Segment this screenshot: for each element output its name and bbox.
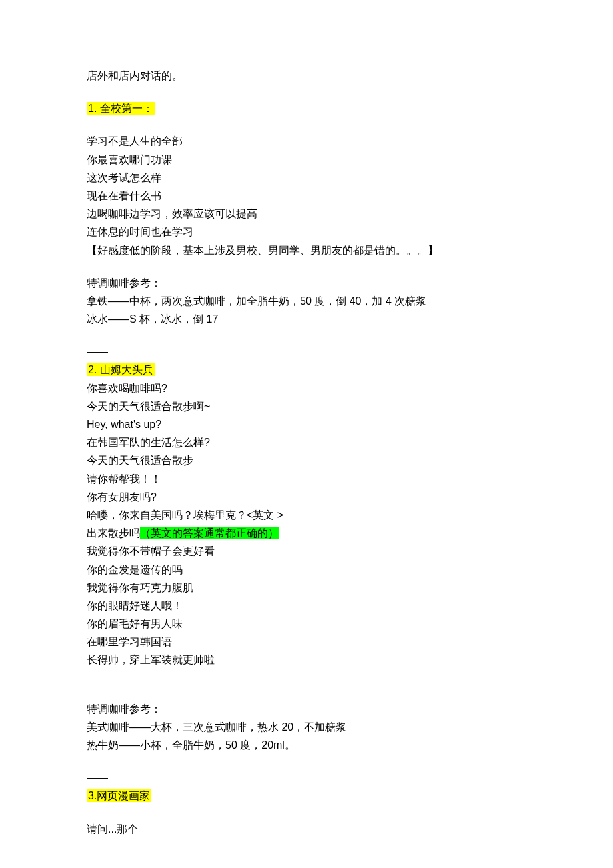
dialogue-line: 学习不是人生的全部 — [87, 132, 526, 150]
dialogue-line: 在韩国军队的生活怎么样? — [87, 433, 526, 451]
dialogue-line: 【好感度低的阶段，基本上涉及男校、男同学、男朋友的都是错的。。。】 — [87, 241, 526, 259]
intro-text: 店外和店内对话的。 — [87, 67, 526, 85]
coffee-line: 冰水——S 杯，冰水，倒 17 — [87, 310, 526, 328]
dialogue-line: 在哪里学习韩国语 — [87, 633, 526, 651]
dialogue-line: 你的金发是遗传的吗 — [87, 561, 526, 579]
mixed-green: （英文的答案通常都正确的） — [140, 527, 279, 539]
section-2-heading-wrap: 2. 山姆大头兵 — [87, 361, 526, 379]
dialogue-line: 你最喜欢哪门功课 — [87, 151, 526, 169]
dialogue-line: 请问...那个 — [87, 820, 526, 838]
section-3-dialogue: 请问...那个 — [87, 820, 526, 838]
coffee-line: 热牛奶——小杯，全脂牛奶，50 度，20ml。 — [87, 736, 526, 754]
section-3-heading-wrap: 3.网页漫画家 — [87, 787, 526, 805]
coffee-line: 美式咖啡——大杯，三次意式咖啡，热水 20，不加糖浆 — [87, 718, 526, 736]
coffee-line: 拿铁——中杯，两次意式咖啡，加全脂牛奶，50 度，倒 40，加 4 次糖浆 — [87, 292, 526, 310]
dialogue-line: 你喜欢喝咖啡吗? — [87, 379, 526, 397]
dialogue-line: 今天的天气很适合散步啊~ — [87, 397, 526, 415]
section-2-dialogue: 你喜欢喝咖啡吗? 今天的天气很适合散步啊~ Hey, what's up? 在韩… — [87, 379, 526, 669]
dialogue-line: 边喝咖啡边学习，效率应该可以提高 — [87, 205, 526, 223]
dialogue-line: 长得帅，穿上军装就更帅啦 — [87, 651, 526, 669]
dialogue-line: Hey, what's up? — [87, 415, 526, 433]
section-1-heading: 1. 全校第一： — [87, 102, 155, 115]
mixed-prefix: 出来散步吗 — [87, 527, 140, 539]
dialogue-line-mixed: 出来散步吗（英文的答案通常都正确的） — [87, 524, 526, 542]
dialogue-line: 现在在看什么书 — [87, 187, 526, 205]
dialogue-line: 我觉得你不带帽子会更好看 — [87, 542, 526, 560]
section-1-heading-text: 1. 全校第一： — [88, 103, 153, 114]
section-divider: —— — [87, 769, 526, 787]
section-3-heading: 3.网页漫画家 — [87, 789, 151, 802]
dialogue-line: 这次考试怎么样 — [87, 169, 526, 187]
coffee-header: 特调咖啡参考： — [87, 700, 526, 718]
dialogue-line: 今天的天气很适合散步 — [87, 451, 526, 469]
dialogue-line: 连休息的时间也在学习 — [87, 223, 526, 241]
section-1-coffee: 特调咖啡参考： 拿铁——中杯，两次意式咖啡，加全脂牛奶，50 度，倒 40，加 … — [87, 274, 526, 329]
dialogue-line: 哈喽，你来自美国吗？埃梅里克？<英文 > — [87, 506, 526, 524]
section-1-dialogue: 学习不是人生的全部 你最喜欢哪门功课 这次考试怎么样 现在在看什么书 边喝咖啡边… — [87, 132, 526, 259]
dialogue-line: 请你帮帮我！！ — [87, 470, 526, 488]
dialogue-line: 你的眼睛好迷人哦！ — [87, 597, 526, 615]
dialogue-line: 你的眉毛好有男人味 — [87, 615, 526, 633]
dialogue-line: 我觉得你有巧克力腹肌 — [87, 579, 526, 597]
dialogue-line: 你有女朋友吗? — [87, 488, 526, 506]
coffee-header: 特调咖啡参考： — [87, 274, 526, 292]
section-2-coffee: 特调咖啡参考： 美式咖啡——大杯，三次意式咖啡，热水 20，不加糖浆 热牛奶——… — [87, 700, 526, 755]
section-divider: —— — [87, 343, 526, 361]
section-2-heading: 2. 山姆大头兵 — [87, 363, 155, 376]
section-1-heading-wrap: 1. 全校第一： — [87, 99, 526, 117]
